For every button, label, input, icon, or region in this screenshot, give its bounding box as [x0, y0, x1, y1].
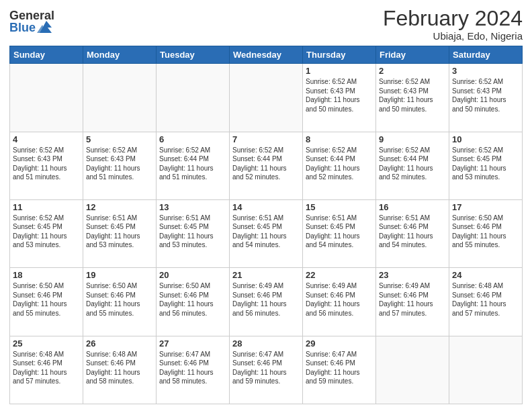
day-info: Sunrise: 6:47 AMSunset: 6:46 PMDaylight:… — [232, 350, 300, 386]
calendar-cell: 15Sunrise: 6:51 AMSunset: 6:45 PMDayligh… — [303, 199, 376, 267]
day-number: 19 — [86, 270, 153, 280]
calendar-cell: 17Sunrise: 6:50 AMSunset: 6:46 PMDayligh… — [449, 199, 523, 267]
day-info: Sunrise: 6:51 AMSunset: 6:45 PMDaylight:… — [232, 214, 300, 250]
calendar-cell: 2Sunrise: 6:52 AMSunset: 6:43 PMDaylight… — [376, 64, 449, 132]
calendar-week-4: 18Sunrise: 6:50 AMSunset: 6:46 PMDayligh… — [10, 268, 523, 336]
day-info: Sunrise: 6:50 AMSunset: 6:46 PMDaylight:… — [452, 214, 519, 250]
calendar-cell: 8Sunrise: 6:52 AMSunset: 6:44 PMDaylight… — [303, 132, 376, 199]
calendar-cell: 23Sunrise: 6:49 AMSunset: 6:46 PMDayligh… — [376, 268, 449, 336]
calendar-cell — [10, 64, 83, 132]
calendar-cell: 10Sunrise: 6:52 AMSunset: 6:45 PMDayligh… — [449, 132, 523, 199]
day-info: Sunrise: 6:52 AMSunset: 6:43 PMDaylight:… — [452, 77, 519, 113]
day-number: 23 — [379, 270, 446, 280]
day-info: Sunrise: 6:51 AMSunset: 6:45 PMDaylight:… — [306, 214, 373, 250]
day-info: Sunrise: 6:51 AMSunset: 6:46 PMDaylight:… — [379, 214, 446, 250]
day-info: Sunrise: 6:48 AMSunset: 6:46 PMDaylight:… — [86, 350, 153, 386]
day-number: 1 — [306, 66, 373, 76]
day-number: 9 — [379, 134, 446, 144]
calendar-cell: 5Sunrise: 6:52 AMSunset: 6:43 PMDaylight… — [83, 132, 157, 199]
calendar-cell: 21Sunrise: 6:49 AMSunset: 6:46 PMDayligh… — [230, 268, 303, 336]
calendar-cell: 25Sunrise: 6:48 AMSunset: 6:46 PMDayligh… — [10, 336, 83, 404]
day-info: Sunrise: 6:50 AMSunset: 6:46 PMDaylight:… — [86, 281, 153, 318]
calendar-cell — [449, 336, 523, 404]
day-number: 17 — [452, 202, 519, 212]
calendar-cell: 27Sunrise: 6:47 AMSunset: 6:46 PMDayligh… — [157, 336, 230, 404]
calendar-cell: 20Sunrise: 6:50 AMSunset: 6:46 PMDayligh… — [157, 268, 230, 336]
day-info: Sunrise: 6:52 AMSunset: 6:43 PMDaylight:… — [86, 146, 153, 182]
day-number: 25 — [13, 338, 80, 349]
calendar-week-2: 4Sunrise: 6:52 AMSunset: 6:43 PMDaylight… — [10, 132, 523, 199]
page: General Blue February 2024 Ubiaja, Edo, … — [0, 0, 532, 411]
col-saturday: Saturday — [449, 46, 523, 64]
day-number: 28 — [232, 338, 300, 349]
logo-blue: Blue — [9, 21, 36, 34]
calendar-week-1: 1Sunrise: 6:52 AMSunset: 6:43 PMDaylight… — [10, 64, 523, 132]
day-number: 3 — [452, 66, 519, 76]
col-friday: Friday — [376, 46, 449, 64]
logo-general: General — [9, 9, 54, 21]
day-number: 4 — [13, 134, 80, 144]
calendar-cell: 26Sunrise: 6:48 AMSunset: 6:46 PMDayligh… — [83, 336, 157, 404]
calendar: Sunday Monday Tuesday Wednesday Thursday… — [9, 46, 523, 404]
calendar-cell: 7Sunrise: 6:52 AMSunset: 6:44 PMDaylight… — [230, 132, 303, 199]
day-number: 7 — [232, 134, 300, 144]
day-number: 27 — [159, 338, 226, 349]
day-info: Sunrise: 6:52 AMSunset: 6:43 PMDaylight:… — [306, 77, 373, 113]
calendar-cell: 24Sunrise: 6:48 AMSunset: 6:46 PMDayligh… — [449, 268, 523, 336]
day-number: 2 — [379, 66, 446, 76]
day-info: Sunrise: 6:52 AMSunset: 6:45 PMDaylight:… — [452, 146, 519, 182]
day-info: Sunrise: 6:49 AMSunset: 6:46 PMDaylight:… — [232, 281, 300, 318]
subtitle: Ubiaja, Edo, Nigeria — [383, 30, 523, 42]
day-number: 26 — [86, 338, 153, 349]
calendar-cell: 6Sunrise: 6:52 AMSunset: 6:44 PMDaylight… — [157, 132, 230, 199]
day-number: 22 — [306, 270, 373, 280]
calendar-cell: 1Sunrise: 6:52 AMSunset: 6:43 PMDaylight… — [303, 64, 376, 132]
day-number: 6 — [159, 134, 226, 144]
logo-icon — [37, 21, 52, 33]
calendar-cell: 13Sunrise: 6:51 AMSunset: 6:45 PMDayligh… — [157, 199, 230, 267]
day-number: 18 — [13, 270, 80, 280]
day-number: 13 — [159, 202, 226, 212]
calendar-cell: 11Sunrise: 6:52 AMSunset: 6:45 PMDayligh… — [10, 199, 83, 267]
calendar-week-5: 25Sunrise: 6:48 AMSunset: 6:46 PMDayligh… — [10, 336, 523, 404]
calendar-week-3: 11Sunrise: 6:52 AMSunset: 6:45 PMDayligh… — [10, 199, 523, 267]
col-tuesday: Tuesday — [157, 46, 230, 64]
day-info: Sunrise: 6:52 AMSunset: 6:45 PMDaylight:… — [13, 214, 80, 250]
calendar-cell: 18Sunrise: 6:50 AMSunset: 6:46 PMDayligh… — [10, 268, 83, 336]
main-title: February 2024 — [383, 7, 523, 30]
day-number: 10 — [452, 134, 519, 144]
col-monday: Monday — [83, 46, 157, 64]
calendar-cell: 29Sunrise: 6:47 AMSunset: 6:46 PMDayligh… — [303, 336, 376, 404]
calendar-cell — [230, 64, 303, 132]
day-number: 14 — [232, 202, 300, 212]
calendar-cell: 12Sunrise: 6:51 AMSunset: 6:45 PMDayligh… — [83, 199, 157, 267]
day-info: Sunrise: 6:52 AMSunset: 6:44 PMDaylight:… — [306, 146, 373, 182]
day-info: Sunrise: 6:48 AMSunset: 6:46 PMDaylight:… — [13, 350, 80, 386]
day-number: 5 — [86, 134, 153, 144]
day-info: Sunrise: 6:49 AMSunset: 6:46 PMDaylight:… — [379, 281, 446, 318]
calendar-cell: 19Sunrise: 6:50 AMSunset: 6:46 PMDayligh… — [83, 268, 157, 336]
calendar-cell: 4Sunrise: 6:52 AMSunset: 6:43 PMDaylight… — [10, 132, 83, 199]
col-wednesday: Wednesday — [230, 46, 303, 64]
day-info: Sunrise: 6:51 AMSunset: 6:45 PMDaylight:… — [159, 214, 226, 250]
day-number: 11 — [13, 202, 80, 212]
day-info: Sunrise: 6:52 AMSunset: 6:44 PMDaylight:… — [232, 146, 300, 182]
calendar-cell — [157, 64, 230, 132]
day-number: 8 — [306, 134, 373, 144]
header: General Blue February 2024 Ubiaja, Edo, … — [9, 7, 523, 42]
calendar-header-row: Sunday Monday Tuesday Wednesday Thursday… — [10, 46, 523, 64]
title-block: February 2024 Ubiaja, Edo, Nigeria — [383, 7, 523, 42]
calendar-cell: 9Sunrise: 6:52 AMSunset: 6:44 PMDaylight… — [376, 132, 449, 199]
day-number: 16 — [379, 202, 446, 212]
day-info: Sunrise: 6:49 AMSunset: 6:46 PMDaylight:… — [306, 281, 373, 318]
calendar-cell: 16Sunrise: 6:51 AMSunset: 6:46 PMDayligh… — [376, 199, 449, 267]
day-info: Sunrise: 6:52 AMSunset: 6:44 PMDaylight:… — [379, 146, 446, 182]
day-info: Sunrise: 6:52 AMSunset: 6:43 PMDaylight:… — [13, 146, 80, 182]
day-info: Sunrise: 6:52 AMSunset: 6:43 PMDaylight:… — [379, 77, 446, 113]
calendar-cell: 28Sunrise: 6:47 AMSunset: 6:46 PMDayligh… — [230, 336, 303, 404]
calendar-cell: 14Sunrise: 6:51 AMSunset: 6:45 PMDayligh… — [230, 199, 303, 267]
day-info: Sunrise: 6:48 AMSunset: 6:46 PMDaylight:… — [452, 281, 519, 318]
calendar-cell: 22Sunrise: 6:49 AMSunset: 6:46 PMDayligh… — [303, 268, 376, 336]
calendar-cell — [83, 64, 157, 132]
day-number: 20 — [159, 270, 226, 280]
